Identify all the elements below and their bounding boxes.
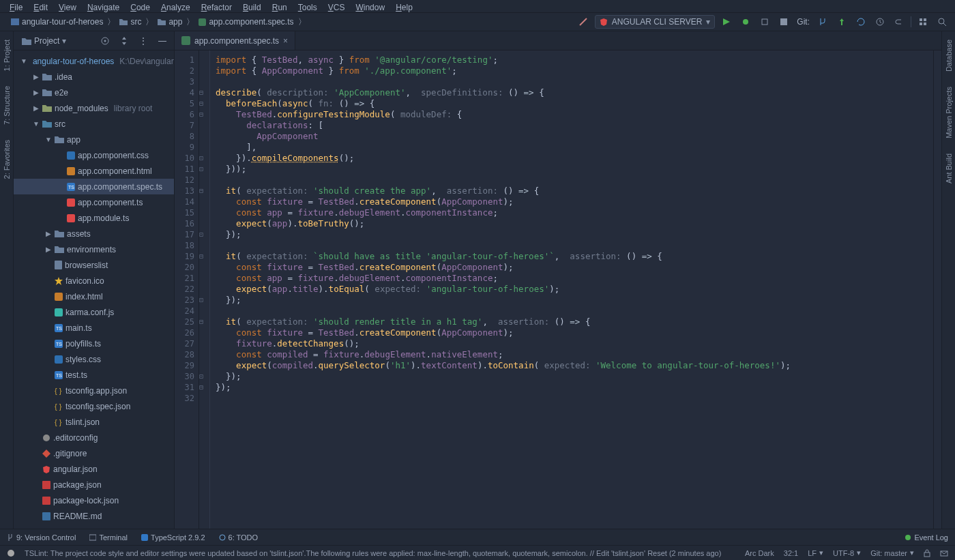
gear-icon[interactable]: ⋮ [136, 33, 151, 48]
hide-icon[interactable]: — [155, 33, 170, 48]
fold-gutter[interactable]: ⊟⊟⊟ ⊡⊡ ⊟ ⊡ ⊟ ⊡ ⊟ ⊡⊟ [199, 50, 210, 529]
status-message[interactable]: TSLint: The project code style and edito… [25, 549, 721, 557]
git-history-icon[interactable] [872, 14, 887, 29]
bottom-tab-terminal[interactable]: Terminal [89, 533, 128, 542]
menu-file[interactable]: File [4, 1, 28, 11]
tree-item--idea[interactable]: ▶.idea [14, 69, 174, 85]
svg-rect-22 [67, 214, 75, 222]
git-update-icon[interactable] [853, 14, 868, 29]
tree-item-src[interactable]: ▼src [14, 116, 174, 132]
project-tree[interactable]: ▼ angular-tour-of-heroes K:\Dev\angular-… [14, 50, 174, 529]
status-caret[interactable]: 32:1 [784, 549, 798, 557]
tree-item-app-component-spec-ts[interactable]: TSapp.component.spec.ts [14, 179, 174, 194]
event-log-tab[interactable]: Event Log [905, 533, 948, 542]
menu-build[interactable]: Build [237, 1, 267, 11]
tree-item-app-component-ts[interactable]: app.component.ts [14, 194, 174, 210]
tree-item-README-md[interactable]: README.md [14, 508, 174, 524]
menu-edit[interactable]: Edit [28, 1, 53, 11]
tree-item-package-lock-json[interactable]: package-lock.json [14, 492, 174, 508]
tree-item-tslint-json[interactable]: { }tslint.json [14, 414, 174, 430]
run-configuration-selector[interactable]: ANGULAR CLI SERVER ▾ [595, 15, 716, 29]
menu-help[interactable]: Help [390, 1, 418, 11]
svg-rect-26 [55, 308, 63, 316]
grid-icon[interactable] [915, 14, 930, 29]
tree-item--gitignore[interactable]: .gitignore [14, 445, 174, 461]
search-icon[interactable] [935, 14, 950, 29]
menu-window[interactable]: Window [350, 1, 390, 11]
collapse-icon[interactable] [117, 33, 132, 48]
tree-item-assets[interactable]: ▶assets [14, 226, 174, 241]
notifications-icon[interactable] [940, 549, 948, 557]
tree-item--editorconfig[interactable]: .editorconfig [14, 430, 174, 445]
git-commit-icon[interactable] [834, 14, 849, 29]
tree-item-polyfills-ts[interactable]: TSpolyfills.ts [14, 336, 174, 351]
status-encoding[interactable]: UTF-8 ▾ [833, 548, 861, 557]
tree-root[interactable]: ▼ angular-tour-of-heroes K:\Dev\angular-… [14, 53, 174, 69]
target-icon[interactable] [98, 33, 113, 48]
menu-code[interactable]: Code [125, 1, 156, 11]
menu-view[interactable]: View [53, 1, 82, 11]
rail-maven-projects[interactable]: Maven Projects [945, 84, 953, 141]
breadcrumb-item[interactable]: app.component.spec.ts [194, 17, 297, 27]
stop-button[interactable] [776, 14, 791, 29]
breadcrumb-item[interactable]: src [115, 17, 145, 27]
tree-item-e2e[interactable]: ▶e2e [14, 85, 174, 100]
code-content[interactable]: import { TestBed, async } from '@angular… [210, 50, 933, 529]
breadcrumb-item[interactable]: angular-tour-of-heroes [7, 17, 107, 27]
build-icon[interactable] [576, 14, 591, 29]
menu-run[interactable]: Run [267, 1, 293, 11]
rail-database[interactable]: Database [945, 37, 953, 74]
tree-item-node_modules[interactable]: ▶node_moduleslibrary root [14, 100, 174, 116]
svg-text:TS: TS [56, 373, 62, 378]
rail-ant-build[interactable]: Ant Build [945, 151, 953, 186]
svg-text:TS: TS [56, 342, 62, 347]
close-icon[interactable]: × [283, 36, 288, 46]
menu-analyze[interactable]: Analyze [156, 1, 196, 11]
tree-item-angular-json[interactable]: angular.json [14, 461, 174, 477]
tree-item-index-html[interactable]: index.html [14, 289, 174, 304]
tree-item-browserslist[interactable]: browserslist [14, 257, 174, 273]
bottom-tab-6-todo[interactable]: 6: TODO [219, 533, 259, 542]
menu-tools[interactable]: Tools [293, 1, 323, 11]
debug-button[interactable] [738, 14, 753, 29]
menu-refactor[interactable]: Refactor [196, 1, 237, 11]
tree-item-app[interactable]: ▼app [14, 132, 174, 147]
tree-item-tsconfig-spec-json[interactable]: { }tsconfig.spec.json [14, 398, 174, 414]
rail-1-project[interactable]: 1: Project [3, 37, 11, 74]
tree-item-styles-css[interactable]: styles.css [14, 351, 174, 367]
breadcrumb-item[interactable]: app [153, 17, 186, 27]
attach-button[interactable] [757, 14, 772, 29]
code-editor[interactable]: 1234567891011121314151617181920212223242… [175, 50, 941, 529]
menu-vcs[interactable]: VCS [323, 1, 351, 11]
rail-2-favorites[interactable]: 2: Favorites [3, 137, 11, 181]
tree-item-app-module-ts[interactable]: app.module.ts [14, 210, 174, 226]
lock-icon[interactable] [924, 549, 930, 557]
project-view-selector[interactable]: Project ▾ [18, 35, 70, 47]
tree-item-package-json[interactable]: package.json [14, 477, 174, 492]
tree-item-main-ts[interactable]: TSmain.ts [14, 320, 174, 336]
svg-point-37 [43, 434, 50, 441]
status-git-branch[interactable]: Git: master ▾ [870, 548, 914, 557]
git-revert-icon[interactable] [892, 14, 907, 29]
run-button[interactable] [719, 14, 734, 29]
rail-7-structure[interactable]: 7: Structure [3, 83, 11, 128]
tree-item-app-component-css[interactable]: app.component.css [14, 147, 174, 163]
svg-rect-42 [42, 512, 50, 520]
status-theme: Arc Dark [745, 549, 774, 557]
bottom-tab-typescript-2-9-2[interactable]: TypeScript 2.9.2 [141, 533, 205, 542]
status-line-ending[interactable]: LF ▾ [808, 548, 823, 557]
menu-navigate[interactable]: Navigate [82, 1, 125, 11]
bottom-tab-9-version-control[interactable]: 9: Version Control [7, 533, 76, 542]
tree-item-favicon-ico[interactable]: favicon.ico [14, 273, 174, 289]
editor-tab[interactable]: app.component.spec.ts × [175, 31, 295, 50]
tree-item-environments[interactable]: ▶environments [14, 241, 174, 257]
svg-marker-3 [723, 18, 730, 25]
project-view-label: Project [34, 36, 59, 46]
tree-item-karma-conf-js[interactable]: karma.conf.js [14, 304, 174, 320]
tree-item-tsconfig-app-json[interactable]: { }tsconfig.app.json [14, 383, 174, 398]
error-stripe[interactable] [933, 50, 941, 529]
tree-item-app-component-html[interactable]: app.component.html [14, 163, 174, 179]
git-branch-icon[interactable] [815, 14, 830, 29]
svg-point-12 [939, 18, 944, 24]
tree-item-test-ts[interactable]: TStest.ts [14, 367, 174, 383]
